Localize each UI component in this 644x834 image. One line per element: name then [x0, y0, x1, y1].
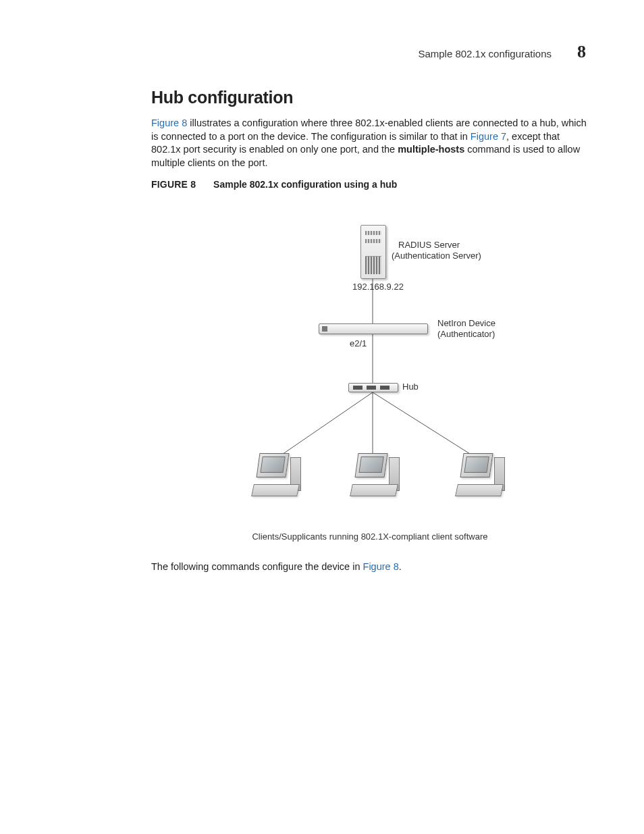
- figure-8-link[interactable]: Figure 8: [151, 118, 187, 128]
- svg-line-4: [373, 392, 475, 457]
- section-heading: Hub configuration: [151, 88, 589, 107]
- figure-7-link[interactable]: Figure 7: [471, 131, 506, 142]
- device-label-line2: (Authenticator): [437, 329, 495, 340]
- client-pc-icon: [456, 453, 504, 496]
- client-pc-icon: [351, 453, 398, 496]
- radius-ip-label: 192.168.9.22: [352, 282, 404, 292]
- port-label: e2/1: [350, 338, 367, 349]
- figure-title: Sample 802.1x configuration using a hub: [213, 179, 397, 190]
- trailing-text: .: [399, 561, 402, 572]
- content-column: Hub configuration Figure 8 illustrates a…: [151, 88, 589, 574]
- hub-label: Hub: [402, 382, 419, 392]
- trailing-paragraph: The following commands configure the dev…: [151, 561, 589, 574]
- svg-line-2: [278, 392, 373, 457]
- running-header: Sample 802.1x configurations 8: [418, 42, 586, 62]
- figure-8-link[interactable]: Figure 8: [363, 561, 399, 572]
- clients-caption: Clients/Supplicants running 802.1X-compl…: [151, 531, 589, 542]
- client-pc-icon: [252, 453, 300, 496]
- switch-icon: [319, 323, 428, 334]
- radius-label-line1: RADIUS Server: [398, 240, 460, 251]
- page: Sample 802.1x configurations 8 Hub confi…: [0, 0, 644, 834]
- figure-caption: FIGURE 8 Sample 802.1x configuration usi…: [151, 179, 589, 190]
- radius-label-line2: (Authentication Server): [392, 251, 481, 261]
- command-name: multiple-hosts: [398, 144, 464, 155]
- chapter-number: 8: [577, 42, 586, 62]
- running-title: Sample 802.1x configurations: [418, 48, 552, 59]
- trailing-text: The following commands configure the dev…: [151, 561, 363, 572]
- device-label-line1: NetIron Device: [437, 318, 495, 329]
- hub-icon: [348, 383, 398, 392]
- server-icon: [360, 225, 386, 279]
- intro-paragraph: Figure 8 illustrates a configuration whe…: [151, 117, 589, 170]
- network-diagram: RADIUS Server (Authentication Server) 19…: [151, 202, 589, 526]
- figure-lead: FIGURE 8: [151, 179, 196, 190]
